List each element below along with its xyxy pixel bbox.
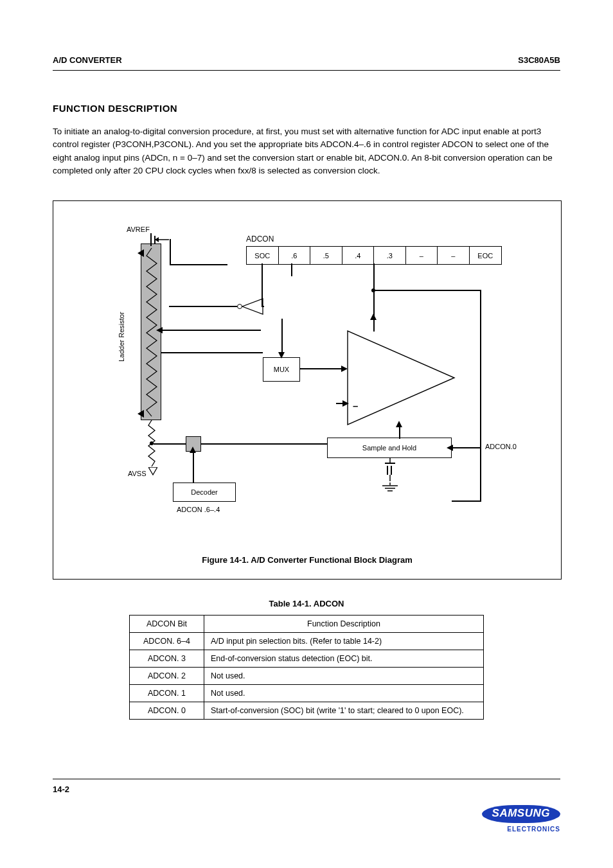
avss-label: AVSS xyxy=(128,470,147,477)
cell-desc: Not used. xyxy=(204,685,484,702)
wire xyxy=(399,426,400,439)
wire xyxy=(193,452,194,483)
cell-bit: ADCON. 3 xyxy=(130,650,204,668)
ground-icon xyxy=(381,483,399,494)
wire xyxy=(169,306,237,307)
cell-desc: Not used. xyxy=(204,668,484,685)
adcon-table: ADCON Bit Function Description ADCON. 6–… xyxy=(129,615,484,720)
arrow-up-icon xyxy=(190,447,196,453)
svg-marker-0 xyxy=(138,249,144,257)
figure-caption: Figure 14-1. A/D Converter Functional Bl… xyxy=(53,555,561,565)
wire xyxy=(281,319,283,353)
reg-bit-dash1: – xyxy=(406,247,438,264)
table-row: ADCON. 6–4 A/D input pin selection bits.… xyxy=(130,633,484,650)
arrow-left-icon xyxy=(447,445,453,451)
reg-bit-soc: SOC xyxy=(247,247,279,264)
triangle-down-icon xyxy=(148,467,157,476)
cell-bit: ADCON. 2 xyxy=(130,668,204,685)
decoder-box: Decoder xyxy=(173,483,236,502)
wire xyxy=(373,319,375,332)
svg-marker-17 xyxy=(148,467,157,475)
wire xyxy=(262,306,264,307)
adcon-bits-label: ADCON .6–.4 xyxy=(177,506,220,513)
triangle-icon xyxy=(138,249,145,257)
table-header-row: ADCON Bit Function Description xyxy=(130,616,484,633)
brand-logo: SAMSUNG ELECTRONICS xyxy=(482,805,560,833)
table-title: Table 14-1. ADCON xyxy=(53,599,560,608)
arrow-left-icon xyxy=(156,327,163,333)
reg-bit-dash2: – xyxy=(438,247,470,264)
samsung-wordmark: SAMSUNG xyxy=(482,805,560,823)
page-number: 14-2 xyxy=(53,784,69,794)
page-footer: 14-2 xyxy=(53,779,560,794)
adcon-title: ADCON xyxy=(246,235,274,244)
sample-hold-box: Sample and Hold xyxy=(327,438,452,458)
comparator-icon xyxy=(346,330,456,426)
svg-marker-1 xyxy=(138,410,144,418)
wire xyxy=(170,239,171,265)
svg-marker-6 xyxy=(242,299,263,314)
arrow-up-icon xyxy=(396,421,402,427)
th-bit: ADCON Bit xyxy=(130,616,204,633)
wire xyxy=(480,290,481,502)
header-right: S3C80A5B xyxy=(518,55,560,65)
reg-bit-6: .6 xyxy=(279,247,311,264)
wire xyxy=(201,443,327,445)
wire xyxy=(154,443,186,445)
table-row: ADCON. 0 Start-of-conversion (SOC) bit (… xyxy=(130,702,484,720)
page: A/D CONVERTER S3C80A5B FUNCTION DESCRIPT… xyxy=(0,0,613,868)
th-desc: Function Description xyxy=(204,616,484,633)
cell-desc: Start-of-conversion (SOC) bit (write '1'… xyxy=(204,702,484,720)
wire xyxy=(262,289,263,307)
comp-minus-label: – xyxy=(353,400,358,411)
adcon-register: SOC .6 .5 .4 .3 – – EOC xyxy=(246,246,502,265)
header-left: A/D CONVERTER xyxy=(53,55,122,65)
table-row: ADCON. 3 End-of-conversion status detect… xyxy=(130,650,484,668)
inverter-bubble-icon xyxy=(237,304,242,309)
figure-caption-wrap: Figure 14-1. A/D Converter Functional Bl… xyxy=(53,555,561,565)
wire xyxy=(262,263,263,289)
wire xyxy=(161,330,261,331)
pfet-icon xyxy=(150,232,178,247)
wire xyxy=(452,500,481,502)
cell-desc: End-of-conversion status detection (EOC)… xyxy=(204,650,484,668)
ladder-label: Ladder Resistor xyxy=(118,312,125,362)
mux-box: MUX xyxy=(263,357,300,382)
wire xyxy=(291,263,292,276)
page-header: A/D CONVERTER S3C80A5B xyxy=(53,55,560,71)
wire xyxy=(452,447,481,448)
reg-bit-5: .5 xyxy=(310,247,342,264)
wire xyxy=(373,290,481,291)
wire xyxy=(161,352,263,353)
reg-bit-eoc: EOC xyxy=(470,247,502,264)
wire xyxy=(170,264,227,265)
cell-bit: ADCON. 6–4 xyxy=(130,633,204,650)
arrow-up-icon xyxy=(370,314,377,320)
arrow-right-icon xyxy=(342,400,349,407)
reg-bit-4: .4 xyxy=(342,247,375,264)
section-paragraph: To initiate an analog-to-digital convers… xyxy=(53,125,560,177)
avref-label-top: AVREF xyxy=(127,226,150,233)
cell-bit: ADCON. 1 xyxy=(130,685,204,702)
wire xyxy=(300,368,342,369)
table-row: ADCON. 1 Not used. xyxy=(130,685,484,702)
reg-bit-3: .3 xyxy=(374,247,406,264)
cell-desc: A/D input pin selection bits. (Refer to … xyxy=(204,633,484,650)
triangle-icon xyxy=(138,410,145,418)
svg-marker-7 xyxy=(348,331,454,425)
cell-bit: ADCON. 0 xyxy=(130,702,204,720)
table-row: ADCON. 2 Not used. xyxy=(130,668,484,685)
nfet-icon xyxy=(378,458,402,484)
adcon0-label: ADCON.0 xyxy=(485,443,517,450)
section-title: FUNCTION DESCRIPTION xyxy=(53,103,560,114)
samsung-sub: ELECTRONICS xyxy=(482,826,560,833)
figure-box: SOC .6 .5 .4 .3 – – EOC ADCON AVREF xyxy=(53,200,562,580)
